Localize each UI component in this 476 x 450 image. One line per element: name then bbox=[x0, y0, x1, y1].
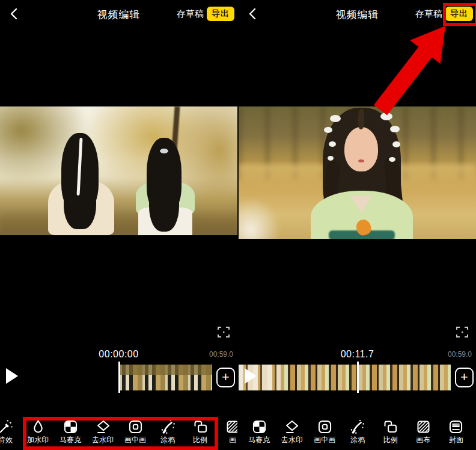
ground bbox=[0, 208, 237, 235]
video-preview[interactable] bbox=[0, 106, 237, 235]
toolbar-item-doodle[interactable]: 涂鸦 bbox=[341, 419, 374, 450]
toolbar-item-ratio[interactable]: 比例 bbox=[184, 419, 216, 450]
ratio-icon bbox=[382, 419, 398, 435]
cover-icon: COVER bbox=[448, 419, 464, 435]
fullscreen-icon[interactable] bbox=[456, 325, 469, 339]
girl-lips bbox=[358, 159, 364, 162]
editing-toolbar: 特效 加水印 马赛克 去水印 画中画 涂鸦 bbox=[0, 419, 237, 450]
canvas-icon bbox=[225, 419, 238, 435]
add-clip-button[interactable]: + bbox=[216, 368, 235, 387]
hair-ornament bbox=[390, 126, 400, 132]
play-button[interactable] bbox=[6, 368, 18, 384]
mosaic-icon bbox=[63, 419, 79, 435]
girl-figure-right bbox=[139, 138, 190, 235]
effects-icon bbox=[0, 419, 14, 435]
toolbar-item-ratio[interactable]: 比例 bbox=[374, 419, 407, 450]
export-button[interactable]: 导出 bbox=[445, 7, 473, 21]
toolbar-item-doodle[interactable]: 涂鸦 bbox=[151, 419, 184, 450]
playhead bbox=[118, 362, 120, 393]
hair-ornament bbox=[392, 141, 400, 147]
toolbar-item-effects[interactable]: 特效 bbox=[0, 419, 22, 450]
tutorial-image: 视频编辑 存草稿 导出 00:00:00 00:59.0 + bbox=[0, 0, 476, 450]
toolbar-item-mosaic[interactable]: 马赛克 bbox=[243, 419, 275, 450]
total-duration: 00:59.0 bbox=[448, 350, 472, 359]
toolbar-item-canvas[interactable]: 画布 bbox=[407, 419, 439, 450]
toolbar-item-remove-watermark[interactable]: 去水印 bbox=[276, 419, 308, 450]
toolbar-item-add-watermark[interactable]: 加水印 bbox=[22, 419, 54, 450]
save-draft-button[interactable]: 存草稿 bbox=[177, 8, 204, 20]
timeline-clip-strip[interactable] bbox=[120, 365, 212, 390]
doodle-icon bbox=[160, 419, 176, 435]
play-button[interactable] bbox=[245, 368, 257, 384]
hair-ornament bbox=[328, 156, 334, 161]
add-clip-button[interactable]: + bbox=[455, 368, 474, 387]
remove-watermark-icon bbox=[284, 419, 300, 435]
picture-in-picture-icon bbox=[317, 419, 333, 435]
svg-text:COVER: COVER bbox=[453, 424, 460, 427]
hair-ornament bbox=[330, 115, 341, 122]
picture-in-picture-icon bbox=[127, 419, 144, 435]
canvas-icon bbox=[415, 419, 432, 435]
girl-face bbox=[344, 127, 378, 171]
app-header: 视频编辑 存草稿 导出 bbox=[0, 0, 237, 28]
hair-ornament bbox=[324, 127, 332, 133]
fullscreen-icon[interactable] bbox=[217, 325, 230, 339]
phone-screenshot-right: 视频编辑 存草稿 导出 bbox=[239, 0, 476, 450]
toolbar-item-remove-watermark[interactable]: 去水印 bbox=[87, 419, 119, 450]
time-row: 00:00:00 00:59.0 bbox=[0, 349, 237, 361]
export-button[interactable]: 导出 bbox=[207, 7, 234, 21]
add-watermark-icon bbox=[30, 419, 46, 435]
current-time: 00:11.7 bbox=[239, 349, 476, 360]
doodle-icon bbox=[349, 419, 365, 435]
current-time: 00:00:00 bbox=[0, 349, 237, 360]
timeline-clip-strip[interactable] bbox=[281, 365, 451, 390]
ratio-icon bbox=[192, 419, 209, 435]
toolbar-item-cover[interactable]: COVER 封面 bbox=[440, 419, 472, 450]
phone-screenshot-left: 视频编辑 存草稿 导出 00:00:00 00:59.0 + bbox=[0, 0, 237, 450]
playhead bbox=[357, 362, 359, 393]
white-foreground-blur bbox=[239, 197, 281, 239]
toolbar-item-pip[interactable]: 画中画 bbox=[119, 419, 151, 450]
mosaic-icon bbox=[251, 419, 267, 435]
total-duration: 00:59.0 bbox=[209, 350, 233, 359]
app-header: 视频编辑 存草稿 导出 bbox=[239, 0, 476, 28]
hair-part bbox=[358, 109, 365, 129]
hair-ornament bbox=[380, 112, 392, 120]
toolbar-item-canvas[interactable]: 画 bbox=[216, 419, 237, 450]
video-preview[interactable] bbox=[239, 106, 476, 239]
hair-ornament bbox=[329, 141, 336, 147]
toolbar-item-mosaic[interactable]: 马赛克 bbox=[54, 419, 87, 450]
hair-ornament bbox=[389, 157, 395, 162]
editing-toolbar: 马赛克 去水印 画中画 涂鸦 比例 画布 bbox=[239, 419, 476, 450]
time-row: 00:11.7 00:59.0 bbox=[239, 349, 476, 361]
girl-figure-left bbox=[53, 133, 108, 235]
remove-watermark-icon bbox=[95, 419, 111, 435]
toolbar-item-pip[interactable]: 画中画 bbox=[308, 419, 341, 450]
save-draft-button[interactable]: 存草稿 bbox=[415, 8, 442, 20]
